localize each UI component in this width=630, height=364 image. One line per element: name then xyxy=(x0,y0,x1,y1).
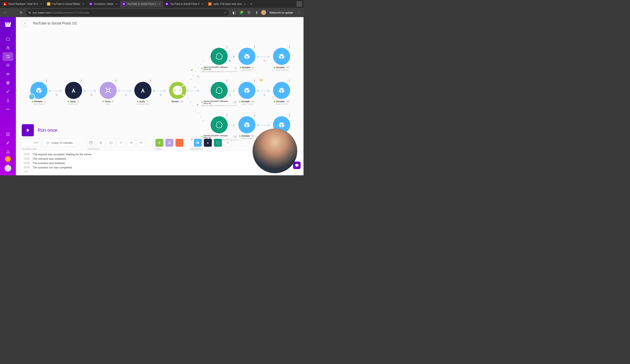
wrench-icon[interactable]: 🔧 xyxy=(125,94,128,96)
new-tab-button[interactable]: + xyxy=(248,1,254,7)
scenario-title[interactable]: YouTube to Social Posts 1/2 xyxy=(32,21,77,25)
browser-tab[interactable]: Yo YouTube to Social Media: × xyxy=(45,1,87,7)
back-button[interactable] xyxy=(22,20,28,27)
module-airtable-create[interactable]: 1 Airtable9 Create a Record xyxy=(236,48,257,71)
explain-flow-button[interactable] xyxy=(127,139,135,147)
chat-button[interactable]: 💬 xyxy=(293,162,300,169)
tool-text-parser[interactable] xyxy=(176,139,184,147)
forward-button[interactable]: → xyxy=(10,9,16,15)
scheduling-toggle[interactable]: OFF xyxy=(22,139,41,147)
wrench-icon[interactable]: 🔧 xyxy=(90,94,93,96)
module-openai[interactable]: 1 OpenAI (ChatGPT, Whisper, DALL-E)11 Cr… xyxy=(201,82,237,106)
close-icon[interactable]: × xyxy=(158,2,161,5)
chrome-menu-icon[interactable]: ⋮ xyxy=(296,11,302,14)
home-icon[interactable] xyxy=(2,35,13,43)
bookmark-icon[interactable]: ☆ xyxy=(224,11,226,14)
connection[interactable] xyxy=(257,56,272,57)
browser-tab-active[interactable]: M YouTube to Social Posts 1 × xyxy=(120,1,163,7)
filter-indicator[interactable] xyxy=(191,69,193,71)
wrench-icon[interactable]: 🔧 xyxy=(263,60,266,62)
whats-new-icon[interactable] xyxy=(2,139,13,147)
docs-icon[interactable] xyxy=(2,130,13,139)
close-icon[interactable]: × xyxy=(115,2,118,5)
log-entry: 15:04The scenario run was completed. xyxy=(22,165,299,170)
log-label: LOG xyxy=(22,170,299,174)
module-openai[interactable]: 1 OpenAI (ChatGPT, Whisper, DALL-E)7 Cre… xyxy=(201,48,237,72)
favorite-airtable[interactable] xyxy=(194,139,202,147)
save-button[interactable] xyxy=(87,139,95,147)
tab-dropdown-button[interactable]: ⌄ xyxy=(296,1,302,7)
make-logo[interactable] xyxy=(4,21,12,28)
router-connection[interactable] xyxy=(187,90,204,91)
extensions-icon[interactable]: 🧩 xyxy=(238,9,244,15)
browser-tab[interactable]: A Apify: Full-stack web scra × xyxy=(206,1,248,7)
reading-list-icon[interactable]: ☰ xyxy=(246,9,252,15)
browser-tab[interactable]: ▶ Naval Ravikant - How To V × xyxy=(1,1,45,7)
module-airtable-create[interactable]: 1 Airtable12 Create a Record xyxy=(236,82,257,105)
connection[interactable] xyxy=(49,90,64,91)
run-count-badge: 1 xyxy=(252,78,257,83)
notes-button[interactable] xyxy=(107,139,115,147)
devices-icon[interactable] xyxy=(2,96,13,105)
filter-indicator[interactable] xyxy=(196,104,198,106)
settings-button[interactable] xyxy=(97,139,105,147)
url-input[interactable]: ⚙ eu1.make.com/312088/scenarios/2721351/… xyxy=(26,9,229,16)
notifications-icon[interactable] xyxy=(2,147,13,156)
relaunch-button[interactable]: Relaunch to update xyxy=(268,11,295,14)
module-apify-dataset[interactable]: 1 Apify4 Get Dataset Items xyxy=(132,82,153,105)
back-button[interactable]: ← xyxy=(2,9,8,15)
tool-tools[interactable] xyxy=(166,139,174,147)
tab-title: Naval Ravikant - How To V xyxy=(8,2,38,5)
reload-button[interactable]: ⟳ xyxy=(18,9,24,15)
templates-icon[interactable] xyxy=(2,61,13,70)
module-router[interactable]: Router10 xyxy=(167,82,188,103)
module-apify-run[interactable]: 1 Apify2 Run an Actor xyxy=(63,82,84,105)
apify-icon: A xyxy=(208,2,212,6)
close-icon[interactable]: × xyxy=(201,2,204,5)
downloads-icon[interactable]: ⬇ xyxy=(254,9,260,15)
module-airtable-watch[interactable]: 1 Airtable1 Watch Records xyxy=(28,82,49,105)
connection[interactable] xyxy=(257,90,272,91)
wrench-icon[interactable]: 🔧 xyxy=(56,94,58,96)
connections-icon[interactable] xyxy=(2,70,13,78)
favorite-openai[interactable] xyxy=(214,139,222,147)
youtube-icon: ▶ xyxy=(3,2,7,6)
site-settings-icon[interactable]: ⚙ xyxy=(28,11,31,14)
profile-avatar[interactable] xyxy=(261,10,266,15)
module-airtable-update[interactable]: 1 Airtable16 Update a Record xyxy=(271,48,292,71)
svg-point-21 xyxy=(141,143,141,143)
run-once-button[interactable] xyxy=(22,124,34,136)
browser-tab[interactable]: M YouTube to Social Posts 2 × xyxy=(163,1,206,7)
wrench-icon[interactable]: 🔧 xyxy=(160,94,162,96)
connection[interactable] xyxy=(84,90,98,91)
help-icon[interactable]: ? xyxy=(5,156,11,162)
module-tools-sleep[interactable]: 1 Tools5 Sleep xyxy=(98,82,119,105)
module-airtable-update[interactable]: 1 Airtable16 Update a Record xyxy=(271,82,292,105)
add-favorite-button[interactable]: + xyxy=(224,139,232,147)
connection[interactable] xyxy=(153,90,168,91)
user-avatar[interactable] xyxy=(4,165,11,172)
auto-align-button[interactable] xyxy=(117,139,125,147)
scenarios-icon[interactable] xyxy=(2,52,13,61)
wrench-icon[interactable]: 🔧 xyxy=(263,94,266,96)
tool-flow-control[interactable] xyxy=(156,139,163,147)
webhooks-icon[interactable] xyxy=(2,78,13,87)
run-once-label: Run once xyxy=(38,127,57,133)
close-icon[interactable]: × xyxy=(82,2,85,5)
close-icon[interactable]: × xyxy=(243,2,246,5)
favorite-apify[interactable] xyxy=(204,139,212,147)
browser-tab[interactable]: M Scenarios | Make × xyxy=(87,1,120,7)
scenario-canvas[interactable]: YouTube to Social Posts 1/2 2nd xyxy=(16,17,304,175)
extension-icon[interactable]: ◧ xyxy=(231,9,237,15)
keys-icon[interactable] xyxy=(2,87,13,96)
team-icon[interactable] xyxy=(2,43,13,52)
close-icon[interactable]: × xyxy=(40,2,43,5)
more-icon[interactable] xyxy=(2,105,13,113)
svg-point-24 xyxy=(169,142,170,144)
tab-title: Scenarios | Make xyxy=(94,2,114,5)
wrench-icon[interactable]: 🔧 xyxy=(197,75,200,78)
schedule-interval-button[interactable]: 🕐 Every 15 minutes. xyxy=(43,139,76,147)
connection[interactable] xyxy=(118,90,133,91)
more-button[interactable] xyxy=(137,139,145,147)
svg-point-22 xyxy=(142,143,142,143)
